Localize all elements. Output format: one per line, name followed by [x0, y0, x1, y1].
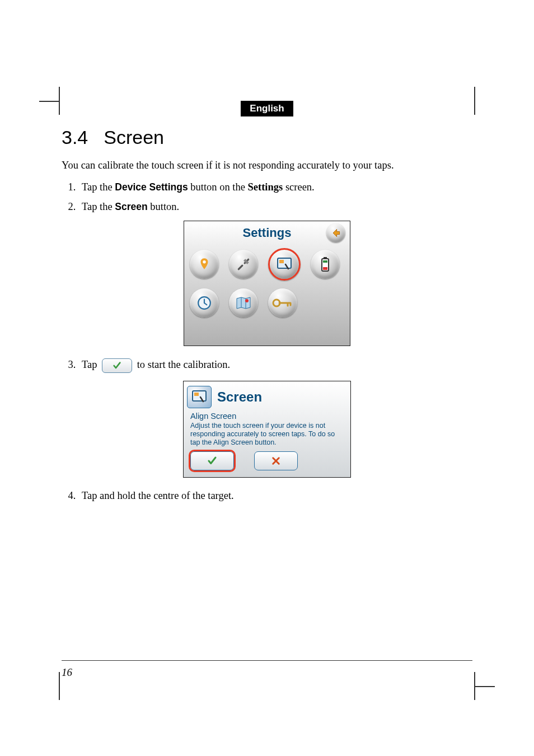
- steps-list-cont2: Tap and hold the centre of the target.: [62, 490, 472, 502]
- pin-icon: [197, 257, 212, 272]
- screen-dialog-screenshot: Screen Align Screen Adjust the touch scr…: [183, 381, 351, 478]
- back-button[interactable]: [326, 223, 345, 242]
- step-1: Tap the Device Settings button on the Se…: [78, 181, 472, 193]
- step-4: Tap and hold the centre of the target.: [78, 490, 472, 502]
- section-heading: 3.4Screen: [62, 127, 472, 148]
- check-icon: [206, 456, 218, 466]
- close-icon: [270, 456, 282, 466]
- inline-check-button: [102, 358, 132, 373]
- step-1-target: Settings: [248, 181, 283, 193]
- svg-point-8: [245, 299, 249, 302]
- screen-icon: [191, 390, 207, 404]
- screen-icon: [277, 258, 292, 271]
- intro-text: You can calibrate the touch screen if it…: [62, 158, 472, 172]
- align-ok-button[interactable]: [190, 451, 234, 470]
- settings-title: Settings: [243, 226, 292, 240]
- key-icon: [272, 297, 293, 309]
- settings-item-battery[interactable]: [311, 250, 340, 279]
- crop-mark: [474, 672, 475, 700]
- step-1-button: Device Settings: [115, 181, 188, 193]
- footer-rule: [62, 660, 472, 661]
- align-cancel-button[interactable]: [254, 451, 298, 470]
- steps-list-cont: Tap to start the calibration.: [62, 358, 472, 373]
- settings-screenshot: Settings: [184, 221, 350, 346]
- crop-mark: [474, 87, 475, 115]
- screen-dialog-icon: [187, 386, 212, 408]
- language-badge: English: [241, 101, 293, 116]
- check-icon: [112, 361, 122, 370]
- back-icon: [330, 227, 341, 239]
- settings-item-tools[interactable]: [229, 250, 258, 279]
- section-title: Screen: [104, 127, 164, 148]
- map-icon: [236, 296, 251, 310]
- step-3: Tap to start the calibration.: [78, 358, 472, 373]
- tools-icon: [236, 257, 251, 272]
- svg-point-0: [203, 260, 205, 263]
- crop-mark: [59, 672, 60, 700]
- svg-rect-4: [324, 257, 327, 259]
- settings-item-key[interactable]: [268, 288, 297, 318]
- battery-icon: [320, 256, 331, 272]
- svg-rect-6: [323, 267, 327, 270]
- step-2: Tap the Screen button.: [78, 201, 472, 213]
- settings-item-clock[interactable]: [190, 288, 219, 318]
- section-number: 3.4: [62, 127, 88, 148]
- steps-list: Tap the Device Settings button on the Se…: [62, 181, 472, 213]
- clock-icon: [197, 296, 212, 310]
- step-2-button: Screen: [115, 201, 147, 212]
- settings-item-screen[interactable]: [268, 248, 301, 281]
- svg-rect-5: [323, 260, 327, 263]
- crop-mark: [59, 87, 60, 115]
- page-number: 16: [62, 666, 72, 679]
- svg-rect-11: [194, 393, 199, 396]
- screen-dialog-desc: Adjust the touch screen if your device i…: [190, 422, 344, 447]
- svg-rect-2: [279, 260, 284, 263]
- settings-item-pin[interactable]: [190, 250, 219, 279]
- screen-dialog-title: Screen: [217, 389, 262, 405]
- screen-dialog-subtitle: Align Screen: [190, 412, 344, 421]
- settings-item-map[interactable]: [229, 288, 258, 318]
